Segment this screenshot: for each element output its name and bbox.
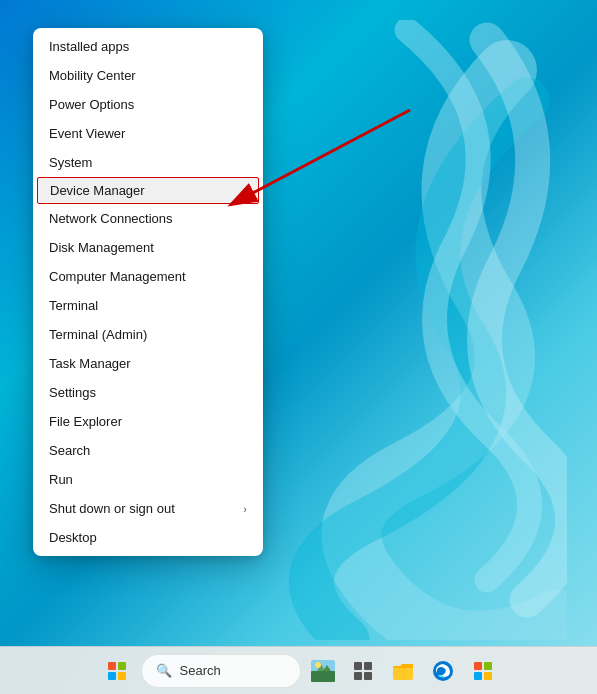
task-view-button[interactable] xyxy=(345,653,381,689)
menu-item-label: File Explorer xyxy=(49,414,122,429)
menu-item-label: Run xyxy=(49,472,73,487)
menu-item-label: Terminal xyxy=(49,298,98,313)
svg-point-6 xyxy=(315,662,321,668)
file-explorer-button[interactable] xyxy=(385,653,421,689)
menu-item-shut-down[interactable]: Shut down or sign out › xyxy=(33,494,263,523)
svg-rect-3 xyxy=(311,671,335,682)
menu-item-power-options[interactable]: Power Options xyxy=(33,90,263,119)
menu-item-label: Network Connections xyxy=(49,211,173,226)
store-button[interactable] xyxy=(465,653,501,689)
menu-item-search[interactable]: Search xyxy=(33,436,263,465)
submenu-arrow-icon: › xyxy=(243,503,247,515)
menu-item-label: Search xyxy=(49,443,90,458)
svg-rect-9 xyxy=(354,672,362,680)
desktop: Installed apps Mobility Center Power Opt… xyxy=(0,0,597,694)
svg-rect-14 xyxy=(484,662,492,670)
svg-rect-15 xyxy=(474,672,482,680)
menu-item-disk-management[interactable]: Disk Management xyxy=(33,233,263,262)
svg-rect-13 xyxy=(474,662,482,670)
menu-item-label: Terminal (Admin) xyxy=(49,327,147,342)
menu-item-label: Computer Management xyxy=(49,269,186,284)
menu-item-label: Power Options xyxy=(49,97,134,112)
taskbar: 🔍 Search xyxy=(0,646,597,694)
landscape-svg-icon xyxy=(311,660,335,682)
menu-item-settings[interactable]: Settings xyxy=(33,378,263,407)
menu-item-installed-apps[interactable]: Installed apps xyxy=(33,32,263,61)
menu-item-label: Settings xyxy=(49,385,96,400)
svg-rect-8 xyxy=(364,662,372,670)
taskbar-landscape-icon[interactable] xyxy=(305,653,341,689)
menu-item-file-explorer[interactable]: File Explorer xyxy=(33,407,263,436)
menu-item-system[interactable]: System xyxy=(33,148,263,177)
svg-rect-11 xyxy=(393,666,413,680)
edge-icon xyxy=(432,660,454,682)
menu-item-task-manager[interactable]: Task Manager xyxy=(33,349,263,378)
menu-item-mobility-center[interactable]: Mobility Center xyxy=(33,61,263,90)
svg-rect-10 xyxy=(364,672,372,680)
menu-item-label: Desktop xyxy=(49,530,97,545)
start-button[interactable] xyxy=(97,651,137,691)
menu-item-run[interactable]: Run xyxy=(33,465,263,494)
svg-rect-16 xyxy=(484,672,492,680)
menu-item-label: Task Manager xyxy=(49,356,131,371)
menu-item-label: Disk Management xyxy=(49,240,154,255)
menu-item-terminal-admin[interactable]: Terminal (Admin) xyxy=(33,320,263,349)
edge-browser-button[interactable] xyxy=(425,653,461,689)
menu-item-label: Mobility Center xyxy=(49,68,136,83)
menu-item-label: Device Manager xyxy=(50,183,145,198)
menu-item-computer-management[interactable]: Computer Management xyxy=(33,262,263,291)
menu-item-label: Installed apps xyxy=(49,39,129,54)
taskbar-icons: 🔍 Search xyxy=(97,651,501,691)
context-menu: Installed apps Mobility Center Power Opt… xyxy=(33,28,263,556)
taskbar-search-bar[interactable]: 🔍 Search xyxy=(141,654,301,688)
file-explorer-icon xyxy=(392,661,414,681)
menu-item-terminal[interactable]: Terminal xyxy=(33,291,263,320)
task-view-icon xyxy=(353,661,373,681)
search-icon: 🔍 xyxy=(156,663,172,678)
menu-item-label: System xyxy=(49,155,92,170)
taskbar-search-label: Search xyxy=(180,663,221,678)
svg-rect-7 xyxy=(354,662,362,670)
menu-item-label: Event Viewer xyxy=(49,126,125,141)
menu-item-device-manager[interactable]: Device Manager xyxy=(37,177,259,204)
menu-item-network-connections[interactable]: Network Connections xyxy=(33,204,263,233)
menu-item-label: Shut down or sign out xyxy=(49,501,175,516)
menu-item-desktop[interactable]: Desktop xyxy=(33,523,263,552)
windows-logo-icon xyxy=(108,662,126,680)
menu-item-event-viewer[interactable]: Event Viewer xyxy=(33,119,263,148)
store-icon xyxy=(472,660,494,682)
